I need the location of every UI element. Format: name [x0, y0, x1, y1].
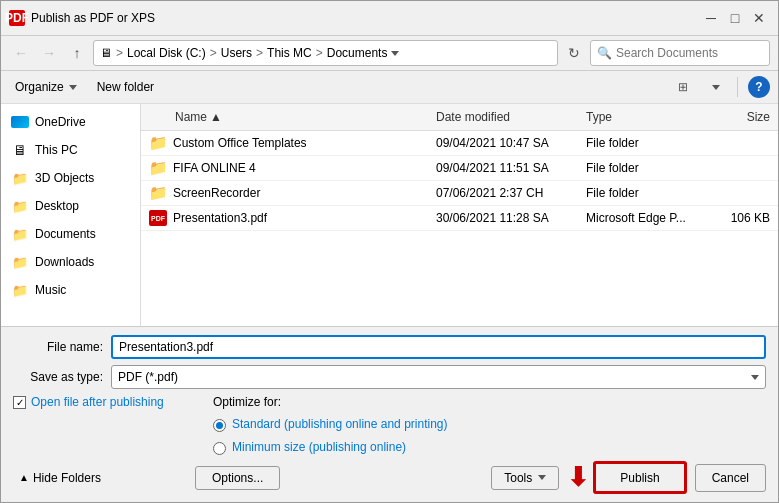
file-type-3: Microsoft Edge P...	[578, 210, 708, 226]
sidebar-item-thispc[interactable]: 🖥 This PC	[1, 136, 140, 164]
breadcrumb[interactable]: 🖥 > Local Disk (C:) > Users > This MC > …	[93, 40, 558, 66]
tools-label: Tools	[504, 471, 532, 485]
breadcrumb-dropdown-icon	[391, 51, 399, 56]
tools-button[interactable]: Tools	[491, 466, 559, 490]
view-dropdown-icon	[712, 85, 720, 90]
options-row: ✓ Open file after publishing Optimize fo…	[13, 395, 766, 455]
checkmark-icon: ✓	[16, 397, 24, 408]
options-label: Options...	[212, 471, 263, 485]
new-folder-label: New folder	[97, 80, 154, 94]
sidebar-label-3dobjects: 3D Objects	[35, 171, 94, 185]
standard-radio-row[interactable]: Standard (publishing online and printing…	[213, 417, 766, 432]
breadcrumb-part-1: Local Disk (C:)	[127, 46, 206, 60]
file-size-0	[708, 142, 778, 144]
file-type-0: File folder	[578, 135, 708, 151]
search-box: 🔍	[590, 40, 770, 66]
title-bar: PDF Publish as PDF or XPS ─ □ ✕	[1, 1, 778, 36]
open-after-label: Open file after publishing	[31, 395, 164, 409]
file-name-0: Custom Office Templates	[167, 135, 428, 151]
table-row[interactable]: 📁 FIFA ONLINE 4 09/04/2021 11:51 SA File…	[141, 156, 778, 181]
breadcrumb-part-4: Documents	[327, 46, 388, 60]
file-date-1: 09/04/2021 11:51 SA	[428, 160, 578, 176]
table-row[interactable]: PDF Presentation3.pdf 30/06/2021 11:28 S…	[141, 206, 778, 231]
action-bar: Organize New folder ⊞ ?	[1, 71, 778, 104]
file-list: Name ▲ Date modified Type Size 📁 Custom …	[141, 104, 778, 326]
save-type-select[interactable]: PDF (*.pdf)	[111, 365, 766, 389]
breadcrumb-part-3: This MC	[267, 46, 312, 60]
new-folder-button[interactable]: New folder	[91, 77, 160, 97]
sidebar-item-desktop[interactable]: 📁 Desktop	[1, 192, 140, 220]
right-buttons: Tools ⬇ Publish Cancel	[491, 461, 766, 494]
help-button[interactable]: ?	[748, 76, 770, 98]
view-options-button[interactable]	[703, 75, 727, 99]
sidebar: OneDrive 🖥 This PC 📁 3D Objects 📁 Deskto…	[1, 104, 141, 326]
cancel-button[interactable]: Cancel	[695, 464, 766, 492]
back-button[interactable]: ←	[9, 41, 33, 65]
file-name-3: Presentation3.pdf	[167, 210, 428, 226]
file-size-2	[708, 192, 778, 194]
col-header-type[interactable]: Type	[578, 108, 708, 126]
refresh-button[interactable]: ↻	[562, 41, 586, 65]
3dobjects-icon: 📁	[11, 169, 29, 187]
col-header-date[interactable]: Date modified	[428, 108, 578, 126]
minimum-radio-row[interactable]: Minimum size (publishing online)	[213, 440, 766, 455]
file-name-label: File name:	[13, 340, 103, 354]
col-header-name[interactable]: Name ▲	[167, 108, 428, 126]
table-row[interactable]: 📁 ScreenRecorder 07/06/2021 2:37 CH File…	[141, 181, 778, 206]
organize-label: Organize	[15, 80, 64, 94]
maximize-button[interactable]: □	[724, 7, 746, 29]
sidebar-label-desktop: Desktop	[35, 199, 79, 213]
sidebar-item-downloads[interactable]: 📁 Downloads	[1, 248, 140, 276]
col-header-size[interactable]: Size	[708, 108, 778, 126]
publish-button[interactable]: Publish	[593, 461, 686, 494]
up-button[interactable]: ↑	[65, 41, 89, 65]
dialog-title: Publish as PDF or XPS	[31, 11, 694, 25]
options-button[interactable]: Options...	[195, 466, 280, 490]
sidebar-label-onedrive: OneDrive	[35, 115, 86, 129]
sidebar-item-onedrive[interactable]: OneDrive	[1, 108, 140, 136]
publish-dialog: PDF Publish as PDF or XPS ─ □ ✕ ← → ↑ 🖥 …	[0, 0, 779, 503]
save-type-value: PDF (*.pdf)	[118, 370, 178, 384]
main-content: OneDrive 🖥 This PC 📁 3D Objects 📁 Deskto…	[1, 104, 778, 326]
publish-label: Publish	[620, 471, 659, 485]
standard-label: Standard (publishing online and printing…	[232, 417, 447, 431]
file-type-2: File folder	[578, 185, 708, 201]
minimum-radio[interactable]	[213, 442, 226, 455]
desktop-icon: 📁	[11, 197, 29, 215]
sidebar-item-3dobjects[interactable]: 📁 3D Objects	[1, 164, 140, 192]
sort-icon: ▲	[210, 110, 222, 124]
minimize-button[interactable]: ─	[700, 7, 722, 29]
standard-radio[interactable]	[213, 419, 226, 432]
file-name-1: FIFA ONLINE 4	[167, 160, 428, 176]
sidebar-label-music: Music	[35, 283, 66, 297]
sidebar-item-music[interactable]: 📁 Music	[1, 276, 140, 304]
action-row: ▲ Hide Folders Options... Tools ⬇	[13, 461, 766, 494]
view-toggle-button[interactable]: ⊞	[671, 75, 695, 99]
pdf-icon-3: PDF	[149, 209, 167, 227]
onedrive-icon	[11, 113, 29, 131]
file-list-header: Name ▲ Date modified Type Size	[141, 104, 778, 131]
search-input[interactable]	[616, 46, 766, 60]
file-date-2: 07/06/2021 2:37 CH	[428, 185, 578, 201]
file-date-0: 09/04/2021 10:47 SA	[428, 135, 578, 151]
organize-button[interactable]: Organize	[9, 77, 83, 97]
cancel-label: Cancel	[712, 471, 749, 485]
down-arrow-icon: ⬇	[567, 462, 589, 493]
open-after-area[interactable]: ✓ Open file after publishing	[13, 395, 213, 409]
sidebar-item-documents[interactable]: 📁 Documents	[1, 220, 140, 248]
bottom-section: File name: Save as type: PDF (*.pdf) ✓ O…	[1, 326, 778, 502]
file-name-input[interactable]	[111, 335, 766, 359]
open-after-checkbox[interactable]: ✓	[13, 396, 26, 409]
hide-folders-icon: ▲	[19, 472, 29, 483]
close-button[interactable]: ✕	[748, 7, 770, 29]
sidebar-label-downloads: Downloads	[35, 255, 94, 269]
folder-icon-0: 📁	[149, 134, 167, 152]
optimize-label: Optimize for:	[213, 395, 766, 409]
file-date-3: 30/06/2021 11:28 SA	[428, 210, 578, 226]
folder-icon-1: 📁	[149, 159, 167, 177]
forward-button[interactable]: →	[37, 41, 61, 65]
table-row[interactable]: 📁 Custom Office Templates 09/04/2021 10:…	[141, 131, 778, 156]
file-name-2: ScreenRecorder	[167, 185, 428, 201]
sidebar-label-documents: Documents	[35, 227, 96, 241]
hide-folders-button[interactable]: ▲ Hide Folders	[13, 468, 107, 488]
